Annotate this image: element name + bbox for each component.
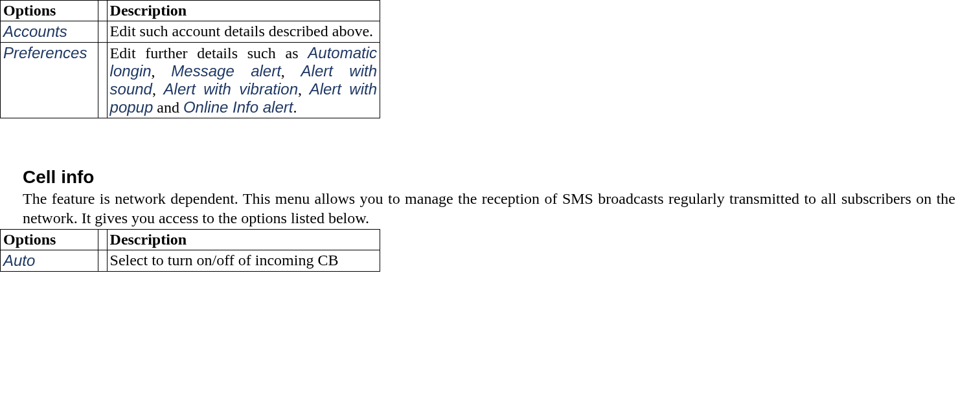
- header-options: Options: [1, 1, 98, 21]
- option-label: Auto: [3, 252, 35, 269]
- sep: ,: [152, 63, 172, 80]
- table-header-row: Options Description: [1, 1, 380, 21]
- term-message-alert: Message alert: [171, 62, 280, 80]
- section-intro: The feature is network dependent. This m…: [23, 189, 955, 228]
- gap-cell: [98, 43, 107, 118]
- table-header-row: Options Description: [1, 230, 380, 250]
- header-gap: [98, 230, 107, 250]
- option-label: Preferences: [3, 44, 87, 61]
- option-label: Accounts: [3, 23, 67, 40]
- options-table-2: Options Description Auto Select to turn …: [0, 229, 380, 272]
- sep: .: [293, 99, 297, 116]
- description-cell: Edit further details such as Automatic l…: [107, 43, 380, 118]
- document-page: Options Description Accounts Edit such a…: [0, 0, 980, 272]
- option-cell: Auto: [1, 250, 98, 272]
- header-gap: [98, 1, 107, 21]
- sep: ,: [281, 63, 301, 80]
- gap-cell: [98, 21, 107, 43]
- desc-text: Edit further details such as: [110, 45, 308, 61]
- description-cell: Select to turn on/off of incoming CB: [107, 250, 380, 272]
- cell-info-section: Cell info The feature is network depende…: [23, 167, 980, 272]
- option-cell: Preferences: [1, 43, 98, 118]
- header-description: Description: [107, 1, 380, 21]
- description-cell: Edit such account details described abov…: [107, 21, 380, 43]
- header-description: Description: [107, 230, 380, 250]
- term-alert-vibration: Alert with vibration: [164, 80, 298, 98]
- options-table-1: Options Description Accounts Edit such a…: [0, 0, 380, 118]
- table-row: Preferences Edit further details such as…: [1, 43, 380, 118]
- header-options: Options: [1, 230, 98, 250]
- gap-cell: [98, 250, 107, 272]
- sep: and: [153, 99, 183, 116]
- table-row: Auto Select to turn on/off of incoming C…: [1, 250, 380, 272]
- table-row: Accounts Edit such account details descr…: [1, 21, 380, 43]
- sep: ,: [152, 81, 164, 98]
- section-title: Cell info: [23, 167, 980, 188]
- option-cell: Accounts: [1, 21, 98, 43]
- sep: ,: [298, 81, 310, 98]
- term-online-info-alert: Online Info alert: [183, 98, 293, 116]
